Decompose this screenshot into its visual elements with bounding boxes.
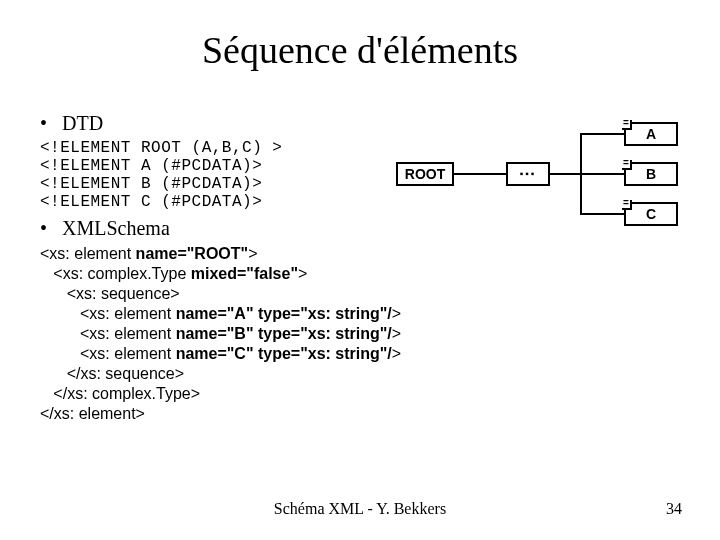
code-line: <xs: sequence>: [40, 284, 680, 304]
schema-diagram: ROOT ▪▪▪ A B C: [396, 110, 686, 240]
code-line: </xs: complex.Type>: [40, 384, 680, 404]
diagram-root-node: ROOT: [396, 162, 454, 186]
xmlschema-code-block: <xs: element name="ROOT"> <xs: complex.T…: [40, 244, 680, 424]
diagram-leaf-c: C: [624, 202, 678, 226]
code-line: <xs: element name="B" type="xs: string"/…: [40, 324, 680, 344]
diagram-leaf-a: A: [624, 122, 678, 146]
code-line: </xs: element>: [40, 404, 680, 424]
code-line: <xs: element name="C" type="xs: string"/…: [40, 344, 680, 364]
diagram-leaf-b: B: [624, 162, 678, 186]
page-number: 34: [666, 500, 682, 518]
diagram-sequence-node: ▪▪▪: [506, 162, 550, 186]
code-line: </xs: sequence>: [40, 364, 680, 384]
code-line: <xs: element name="ROOT">: [40, 244, 680, 264]
diagram-mark-icon: [622, 120, 632, 130]
slide-footer: Schéma XML - Y. Bekkers 34: [0, 500, 720, 518]
slide-title: Séquence d'éléments: [0, 28, 720, 72]
code-line: <xs: element name="A" type="xs: string"/…: [40, 304, 680, 324]
diagram-mark-icon: [622, 200, 632, 210]
footer-text: Schéma XML - Y. Bekkers: [0, 500, 720, 518]
diagram-mark-icon: [622, 160, 632, 170]
code-line: <xs: complex.Type mixed="false">: [40, 264, 680, 284]
